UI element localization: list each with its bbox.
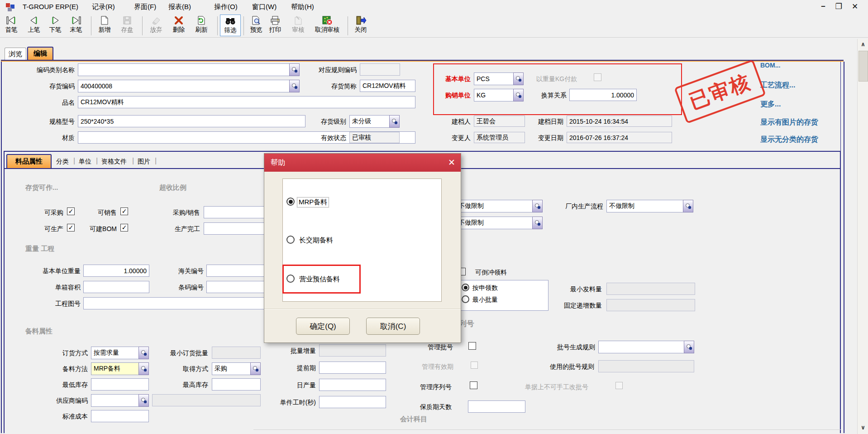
serial-management-checkbox[interactable] (470, 381, 477, 389)
close-form-button[interactable]: 关闭 (350, 14, 371, 36)
supplier-code-input[interactable] (91, 394, 138, 407)
acquire-mode-input[interactable] (212, 362, 250, 375)
lookup-icon[interactable] (389, 115, 400, 128)
bom-link[interactable]: BOM... (760, 62, 780, 69)
conversion-input[interactable] (569, 89, 637, 101)
subtab-qualification[interactable]: 资格文件 (101, 158, 127, 166)
standard-cost-input[interactable] (91, 410, 149, 422)
lookup-icon[interactable] (684, 341, 694, 353)
box-volume-input[interactable] (83, 281, 149, 293)
field-label: 可生产 (18, 225, 63, 233)
issue-by-request-radio[interactable] (462, 284, 469, 291)
subtab-unit[interactable]: 单位 (79, 158, 91, 166)
can-produce-checkbox[interactable] (67, 224, 75, 231)
delete-button[interactable]: 删除 (168, 14, 189, 36)
menu-help[interactable]: 帮助(H) (291, 3, 314, 11)
more-link[interactable]: 更多... (760, 100, 781, 109)
tab-edit[interactable]: 编辑 (27, 47, 53, 60)
base-unit-input[interactable] (474, 72, 513, 85)
process-flow-link[interactable]: 工艺流程... (760, 81, 795, 90)
dialog-cancel-button[interactable]: 取消(C) (366, 318, 420, 335)
trade-unit-input[interactable] (474, 89, 513, 101)
dialog-option-label[interactable]: 营业预估备料 (299, 275, 340, 284)
dialog-titlebar[interactable]: 帮助 (264, 154, 461, 172)
order-mode-input[interactable] (91, 347, 138, 359)
lead-time-input[interactable] (319, 362, 386, 374)
lookup-icon[interactable] (532, 200, 543, 212)
subtab-item-attributes[interactable]: 料品属性 (6, 154, 52, 168)
dialog-option-label[interactable]: 长交期备料 (299, 236, 333, 245)
product-name-input[interactable] (78, 96, 415, 108)
subtab-category[interactable]: 分类 (56, 158, 69, 166)
window-minimize-button[interactable]: – (817, 2, 829, 11)
creator-input (474, 116, 525, 127)
lookup-icon[interactable] (289, 63, 300, 76)
can-sell-checkbox[interactable] (120, 207, 128, 215)
next-record-button[interactable]: 下笔 (45, 14, 66, 36)
dialog-radio-long-lead[interactable] (286, 236, 295, 244)
filter-icon (224, 15, 236, 27)
vertical-scrollbar[interactable]: ∧ ∨ (857, 39, 868, 434)
preview-button[interactable]: 预览 (246, 14, 267, 36)
inventory-code-input[interactable] (78, 80, 289, 92)
spec-model-input[interactable] (78, 115, 305, 127)
dialog-option-label[interactable]: MRP备料 (297, 198, 329, 207)
print-button[interactable]: 打印 (265, 14, 286, 36)
supplier-name-input (152, 394, 261, 406)
base-unit-weight-input[interactable] (83, 265, 149, 277)
show-with-picture-link[interactable]: 显示有图片的存货 (760, 118, 818, 127)
scroll-up-icon[interactable]: ∧ (859, 41, 867, 48)
first-record-button[interactable]: 首笔 (1, 14, 22, 36)
menu-view[interactable]: 界面(F) (134, 3, 156, 11)
field-label: 备料方法 (21, 365, 88, 373)
issue-min-batch-radio[interactable] (462, 295, 469, 303)
can-bom-checkbox[interactable] (120, 224, 128, 231)
menu-action[interactable]: 操作(O) (214, 3, 238, 11)
menu-record[interactable]: 记录(R) (92, 3, 115, 11)
lot-rule-input[interactable] (598, 341, 684, 353)
show-uncategorized-link[interactable]: 显示无分类的存货 (760, 135, 818, 145)
daily-output-input[interactable] (319, 379, 386, 391)
dialog-close-icon[interactable]: ✕ (448, 157, 455, 168)
field-label: 存货简称 (301, 82, 357, 91)
prev-record-button[interactable]: 上笔 (24, 14, 44, 36)
inventory-level-input[interactable] (349, 115, 389, 128)
tab-browse[interactable]: 浏览 (5, 48, 26, 60)
shelf-life-days-input[interactable] (468, 400, 525, 413)
dialog-radio-mrp[interactable] (286, 198, 295, 206)
factory-flow-input[interactable] (606, 200, 683, 212)
menu-window[interactable]: 窗口(W) (252, 3, 277, 11)
scrollbar-thumb[interactable] (858, 51, 868, 82)
menu-app[interactable]: T-GROUP ERP(E) (23, 3, 78, 10)
refresh-button[interactable]: 刷新 (191, 14, 212, 36)
filter-button[interactable]: 筛选 (220, 14, 241, 36)
lookup-icon[interactable] (683, 200, 693, 212)
unit-work-time-input[interactable] (319, 396, 386, 408)
prep-method-input[interactable] (91, 362, 138, 375)
last-record-button[interactable]: 末笔 (66, 14, 86, 36)
field-label: 建档人 (421, 118, 471, 126)
field-label: 厂内生产流程 (545, 203, 603, 211)
min-stock-input[interactable] (91, 378, 149, 391)
dialog-radio-sales-forecast[interactable] (286, 275, 295, 283)
lookup-icon[interactable] (289, 80, 300, 92)
code-category-input[interactable] (78, 63, 289, 76)
dialog-ok-button[interactable]: 确定(Q) (296, 318, 350, 335)
can-buy-checkbox[interactable] (67, 207, 75, 215)
subtab-picture[interactable]: 图片 (138, 158, 150, 166)
limit-input-1[interactable] (456, 200, 532, 212)
window-restore-button[interactable]: ❐ (833, 2, 844, 11)
lookup-icon[interactable] (513, 72, 524, 85)
menu-report[interactable]: 报表(B) (168, 3, 191, 11)
rule-code-input[interactable] (360, 63, 400, 76)
limit-input-2[interactable] (456, 217, 532, 229)
scroll-down-icon[interactable]: ∨ (859, 424, 867, 431)
window-close-button[interactable]: ✕ (849, 2, 861, 11)
field-label: 可倒冲领料 (475, 269, 529, 277)
lookup-icon[interactable] (532, 217, 543, 229)
inventory-short-name-input[interactable] (360, 80, 415, 92)
lot-management-checkbox[interactable] (468, 342, 476, 350)
cancel-audit-button[interactable]: 取消审核 (309, 14, 345, 36)
lookup-icon[interactable] (138, 394, 149, 407)
new-button[interactable]: 新增 (94, 14, 115, 36)
